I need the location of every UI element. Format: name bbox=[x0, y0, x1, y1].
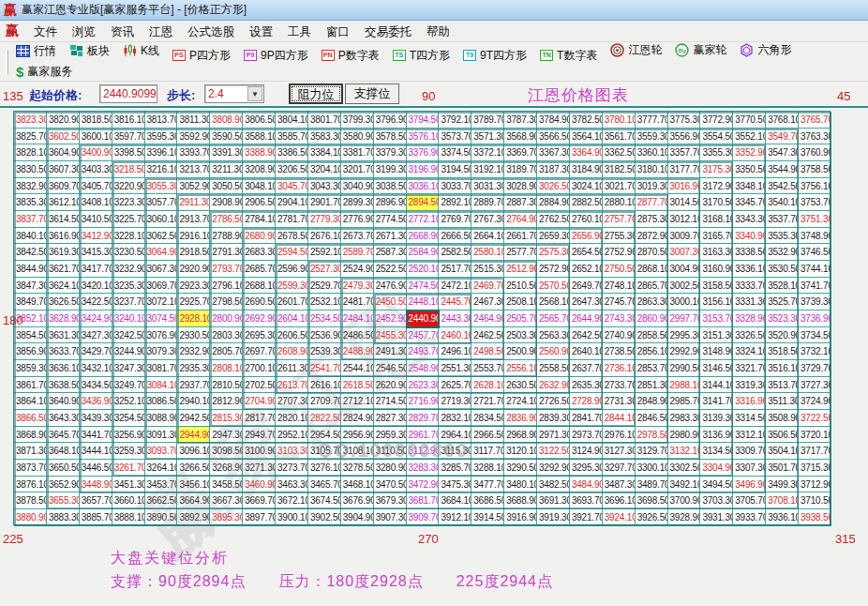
grid-cell[interactable]: 2752.90 bbox=[603, 244, 636, 261]
grid-cell[interactable]: 3292.90 bbox=[537, 460, 570, 477]
grid-cell[interactable]: 3523.30 bbox=[766, 311, 799, 327]
grid-cell[interactable]: 2949.70 bbox=[243, 427, 276, 444]
grid-cell[interactable]: 3537.70 bbox=[766, 211, 799, 228]
grid-cell[interactable]: 3847.30 bbox=[14, 278, 47, 295]
grid-cell[interactable]: 2481.70 bbox=[341, 294, 374, 311]
grid-cell[interactable]: 3518.50 bbox=[766, 343, 799, 360]
grid-cell[interactable]: 3216.10 bbox=[145, 161, 178, 178]
grid-cell[interactable]: 2980.90 bbox=[668, 427, 701, 444]
grid-cell[interactable]: 2913.70 bbox=[177, 211, 210, 228]
grid-cell[interactable]: 3232.90 bbox=[112, 261, 145, 278]
grid-cell[interactable]: 3280.90 bbox=[374, 460, 407, 477]
grid-cell[interactable]: 2618.50 bbox=[341, 377, 374, 394]
grid-cell[interactable]: 2839.30 bbox=[537, 410, 570, 427]
grid-cell[interactable]: 2846.50 bbox=[636, 410, 668, 427]
grid-cell[interactable]: 3710.50 bbox=[799, 492, 831, 509]
menu-item-3[interactable]: 资讯 bbox=[103, 23, 142, 41]
grid-cell[interactable]: 3240.10 bbox=[112, 311, 145, 327]
grid-cell[interactable]: 3196.90 bbox=[407, 161, 440, 178]
grid-cell[interactable]: 3456.10 bbox=[177, 477, 210, 493]
chevron-down-icon[interactable]: ▼ bbox=[247, 86, 262, 101]
grid-cell[interactable]: 3014.50 bbox=[668, 194, 701, 211]
grid-cell[interactable]: 3556.90 bbox=[668, 129, 701, 145]
grid-cell[interactable]: 3892.90 bbox=[177, 509, 210, 526]
grid-cell[interactable]: 3439.30 bbox=[80, 410, 112, 427]
grid-cell[interactable]: 3170.50 bbox=[700, 194, 733, 211]
grid-cell[interactable]: 3676.90 bbox=[341, 492, 374, 509]
grid-cell[interactable]: 3720.10 bbox=[799, 427, 831, 444]
grid-cell[interactable]: 2748.10 bbox=[603, 278, 636, 295]
grid-cell[interactable]: 2464.90 bbox=[471, 311, 504, 327]
grid-cell[interactable]: 2724.10 bbox=[504, 393, 537, 410]
grid-cell[interactable]: 3004.90 bbox=[668, 261, 701, 278]
grid-cell[interactable]: 3904.90 bbox=[341, 509, 374, 526]
grid-cell[interactable]: 3091.30 bbox=[145, 427, 178, 444]
grid-cell[interactable]: 3816.10 bbox=[112, 112, 145, 129]
grid-cell[interactable]: 2534.50 bbox=[308, 311, 341, 327]
grid-cell[interactable]: 3343.30 bbox=[733, 211, 766, 228]
grid-cell[interactable]: 2541.70 bbox=[308, 360, 341, 377]
grid-cell[interactable]: 2680.90 bbox=[243, 228, 276, 245]
grid-cell[interactable]: 3765.70 bbox=[799, 112, 831, 129]
grid-cell[interactable]: 3590.50 bbox=[210, 129, 243, 145]
grid-cell[interactable]: 3902.50 bbox=[308, 509, 341, 526]
grid-cell[interactable]: 2930.50 bbox=[177, 327, 210, 344]
grid-cell[interactable]: 3861.70 bbox=[14, 377, 47, 394]
grid-cell[interactable]: 3741.70 bbox=[799, 278, 831, 295]
grid-cell[interactable]: 3398.50 bbox=[112, 144, 145, 161]
grid-cell[interactable]: 3772.90 bbox=[700, 112, 733, 129]
grid-cell[interactable]: 3859.30 bbox=[14, 360, 47, 377]
grid-cell[interactable]: 2716.90 bbox=[407, 393, 440, 410]
grid-cell[interactable]: 3052.90 bbox=[177, 178, 210, 195]
grid-cell[interactable]: 2642.50 bbox=[570, 327, 603, 344]
grid-cell[interactable]: 3420.10 bbox=[80, 278, 112, 295]
grid-cell[interactable]: 3871.30 bbox=[14, 443, 47, 460]
grid-cell[interactable]: 2685.70 bbox=[243, 261, 276, 278]
grid-cell[interactable]: 3148.90 bbox=[700, 343, 733, 360]
grid-cell[interactable]: 3110.50 bbox=[374, 443, 407, 460]
grid-cell[interactable]: 3141.70 bbox=[700, 393, 733, 410]
grid-cell[interactable]: 3612.10 bbox=[47, 194, 80, 211]
grid-cell[interactable]: 3708.10 bbox=[766, 492, 799, 509]
grid-cell[interactable]: 3432.10 bbox=[80, 360, 112, 377]
menu-item-6[interactable]: 设置 bbox=[242, 23, 280, 41]
grid-cell[interactable]: 3542.50 bbox=[766, 178, 799, 195]
grid-cell[interactable]: 3660.10 bbox=[112, 492, 145, 509]
grid-cell[interactable]: 2527.30 bbox=[308, 261, 341, 278]
grid-cell[interactable]: 3400.90 bbox=[80, 144, 112, 161]
grid-cell[interactable]: 3811.30 bbox=[177, 112, 210, 129]
grid-cell[interactable]: 3367.30 bbox=[537, 144, 570, 161]
grid-cell[interactable]: 3508.90 bbox=[766, 410, 799, 427]
grid-cell[interactable]: 3326.50 bbox=[733, 327, 766, 344]
grid-cell[interactable]: 2740.90 bbox=[603, 327, 636, 344]
grid-cell[interactable]: 3463.30 bbox=[276, 477, 308, 493]
grid-cell[interactable]: 3705.70 bbox=[733, 492, 766, 509]
grid-cell[interactable]: 3758.50 bbox=[799, 161, 831, 178]
grid-cell[interactable]: 2491.30 bbox=[374, 343, 407, 360]
grid-cell[interactable]: 3525.70 bbox=[766, 294, 799, 311]
grid-cell[interactable]: 2692.90 bbox=[243, 311, 276, 327]
grid-cell[interactable]: 3127.30 bbox=[603, 443, 636, 460]
toolbar-button-3[interactable]: K线 bbox=[123, 43, 159, 59]
grid-cell[interactable]: 2604.10 bbox=[276, 311, 308, 327]
grid-cell[interactable]: 2445.70 bbox=[439, 294, 471, 311]
grid-cell[interactable]: 3698.50 bbox=[636, 492, 668, 509]
grid-cell[interactable]: 3403.30 bbox=[80, 161, 112, 178]
grid-cell[interactable]: 2486.50 bbox=[341, 327, 374, 344]
grid-cell[interactable]: 2467.30 bbox=[471, 294, 504, 311]
grid-cell[interactable]: 3777.70 bbox=[636, 112, 668, 129]
grid-cell[interactable]: 3499.30 bbox=[766, 477, 799, 493]
grid-cell[interactable]: 2721.70 bbox=[471, 393, 504, 410]
grid-cell[interactable]: 2577.70 bbox=[504, 244, 537, 261]
grid-cell[interactable]: 2709.70 bbox=[308, 393, 341, 410]
grid-cell[interactable]: 3780.10 bbox=[603, 112, 636, 129]
grid-cell[interactable]: 2858.50 bbox=[636, 327, 668, 344]
grid-cell[interactable]: 3208.90 bbox=[243, 161, 276, 178]
grid-cell[interactable]: 3652.90 bbox=[47, 477, 80, 493]
grid-cell[interactable]: 2472.10 bbox=[439, 278, 471, 295]
grid-cell[interactable]: 3345.70 bbox=[733, 194, 766, 211]
grid-cell[interactable]: 3897.70 bbox=[243, 509, 276, 526]
grid-cell[interactable]: 3571.30 bbox=[471, 129, 504, 145]
grid-cell[interactable]: 3866.50 bbox=[14, 410, 47, 427]
grid-cell[interactable]: 3832.90 bbox=[14, 178, 47, 195]
